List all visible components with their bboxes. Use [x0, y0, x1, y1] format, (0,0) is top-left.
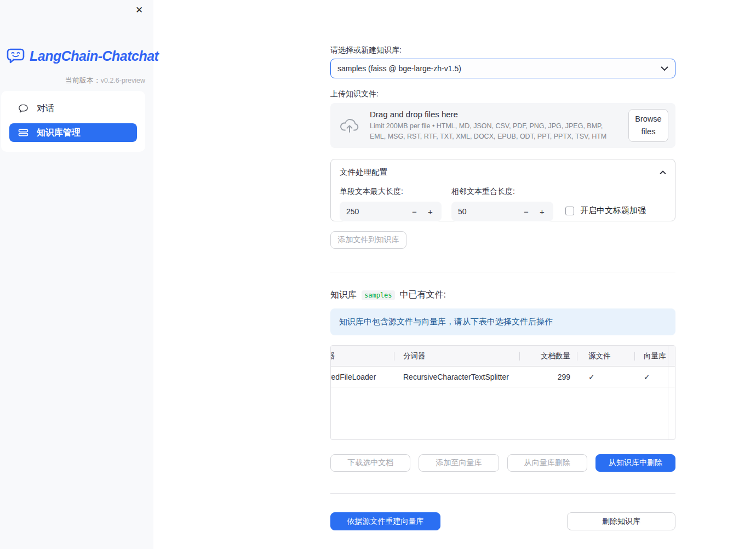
close-sidebar-icon[interactable]: ✕ [133, 3, 146, 16]
sidebar-item-dialogue[interactable]: 对话 [9, 100, 137, 117]
rebuild-vector-store-button[interactable]: 依据源文件重建向量库 [330, 512, 440, 530]
expander-body: 单段文本最大长度: 250 − + 相邻文本重合长度: 50 − + [340, 187, 666, 221]
kb-files-heading: 知识库 samples 中已有文件: [330, 289, 675, 301]
cloud-upload-icon [339, 117, 360, 134]
kb-select-label: 请选择或新建知识库: [330, 45, 675, 55]
app-title: LangChain-Chatchat [30, 48, 158, 64]
download-selected-button[interactable]: 下载选中文档 [330, 454, 410, 472]
dropzone-limit-text: Limit 200MB per file • HTML, MD, JSON, C… [370, 121, 618, 141]
col-header-splitter[interactable]: 分词器 [394, 346, 519, 366]
version-label: 当前版本： [65, 76, 101, 84]
delete-from-kb-button[interactable]: 从知识库中删除 [595, 454, 675, 472]
sidebar-item-label: 对话 [37, 103, 54, 115]
file-actions: 下载选中文档 添加至向量库 从向量库删除 从知识库中删除 [330, 454, 675, 472]
upload-label: 上传知识文件: [330, 89, 675, 99]
kb-files-prefix: 知识库 [330, 289, 357, 301]
main-content: 请选择或新建知识库: samples (faiss @ bge-large-zh… [330, 0, 675, 530]
table-scroll-gutter [668, 346, 668, 439]
chevron-down-icon [661, 66, 668, 71]
overlap-value: 50 [458, 207, 518, 216]
cell-splitter: RecursiveCharacterTextSplitter [394, 367, 519, 387]
expander-header[interactable]: 文件处理配置 [340, 167, 666, 178]
info-banner: 知识库中包含源文件与向量库，请从下表中选择文件后操作 [330, 308, 675, 335]
table-row[interactable]: UnstructuredFileLoader RecursiveCharacte… [331, 367, 675, 387]
expander-title: 文件处理配置 [340, 167, 387, 178]
chevron-up-icon [660, 170, 666, 175]
cell-source-file-check: ✓ [577, 367, 634, 387]
kb-select-dropdown[interactable]: samples (faiss @ bge-large-zh-v1.5) [330, 59, 675, 78]
app-logo: LangChain-Chatchat [7, 48, 158, 64]
version-value: v0.2.6-preview [101, 77, 145, 84]
col-header-doc-count[interactable]: 文档数量 [519, 346, 577, 366]
zh-title-enhance-label: 开启中文标题加强 [580, 205, 646, 216]
kb-name-code: samples [362, 290, 395, 300]
add-to-vector-store-button[interactable]: 添加至向量库 [419, 454, 499, 472]
sidebar-menu: 对话 知识库管理 [1, 91, 145, 152]
overlap-label: 相邻文本重合长度: [451, 187, 553, 197]
browse-files-button[interactable]: Browse files [628, 109, 668, 142]
divider [330, 493, 675, 494]
delete-from-vector-store-button[interactable]: 从向量库删除 [507, 454, 587, 472]
kb-actions: 依据源文件重建向量库 删除知识库 [330, 512, 675, 530]
cell-loader: UnstructuredFileLoader [331, 367, 394, 387]
overlap-decrement-button[interactable]: − [518, 204, 534, 219]
chunk-size-decrement-button[interactable]: − [406, 204, 422, 219]
col-header-vector-store[interactable]: 向量库 [634, 346, 669, 366]
overlap-increment-button[interactable]: + [534, 204, 550, 219]
chunk-size-increment-button[interactable]: + [422, 204, 438, 219]
sidebar-item-knowledge-base[interactable]: 知识库管理 [9, 123, 137, 142]
chunk-size-label: 单段文本最大长度: [340, 187, 442, 197]
add-files-to-kb-button[interactable]: 添加文件到知识库 [330, 231, 406, 249]
file-dropzone[interactable]: Drag and drop files here Limit 200MB per… [330, 103, 675, 148]
dropzone-title: Drag and drop files here [370, 110, 618, 119]
sidebar-item-label: 知识库管理 [37, 127, 81, 139]
chunk-size-value: 250 [346, 207, 406, 216]
cell-vector-store-check: ✓ [634, 367, 669, 387]
col-header-source-file[interactable]: 源文件 [577, 346, 634, 366]
delete-kb-button[interactable]: 删除知识库 [567, 512, 675, 530]
cell-doc-count: 299 [519, 367, 577, 387]
dropzone-text: Drag and drop files here Limit 200MB per… [370, 110, 618, 141]
divider [330, 272, 675, 272]
chat-bubble-icon [18, 104, 28, 113]
kb-files-suffix: 中已有文件: [400, 289, 446, 301]
zh-title-enhance-checkbox[interactable] [565, 207, 574, 215]
col-header-loader[interactable]: 文档加载器 [331, 346, 394, 366]
chunk-size-input[interactable]: 250 − + [340, 202, 442, 221]
sidebar: ✕ LangChain-Chatchat 当前版本：v0.2.6-preview [0, 0, 153, 549]
overlap-input[interactable]: 50 − + [451, 202, 553, 221]
kb-selected-value: samples (faiss @ bge-large-zh-v1.5) [337, 64, 661, 73]
app-page: ✕ LangChain-Chatchat 当前版本：v0.2.6-preview [0, 0, 756, 549]
stacked-list-icon [18, 128, 28, 138]
chat-smiley-logo-icon [7, 48, 25, 64]
zh-title-enhance-option: 开启中文标题加强 [565, 205, 646, 216]
table-header-row: 文档加载器 分词器 文档数量 源文件 向量库 [331, 346, 675, 367]
file-config-expander: 文件处理配置 单段文本最大长度: 250 − + 相邻文 [330, 159, 675, 221]
kb-files-table[interactable]: 文档加载器 分词器 文档数量 源文件 向量库 UnstructuredFileL… [330, 345, 675, 440]
version-info: 当前版本：v0.2.6-preview [65, 76, 145, 85]
